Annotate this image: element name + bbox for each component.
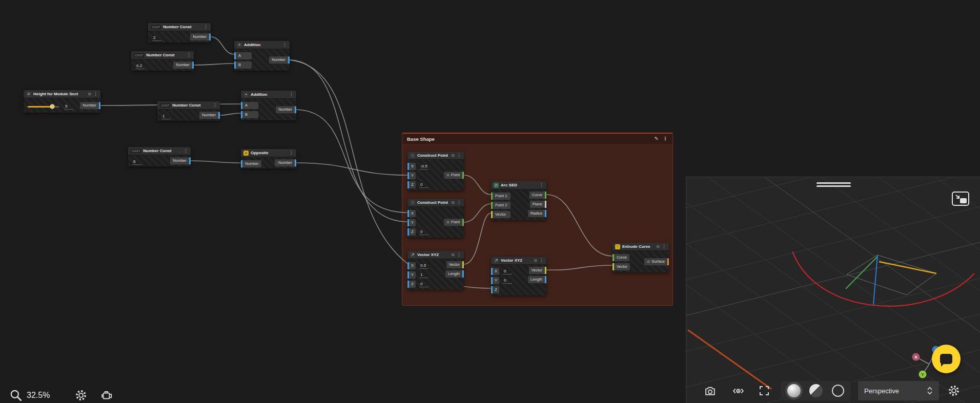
node-header[interactable]: ± Opposite ⋮ bbox=[241, 149, 296, 157]
node-menu-icon[interactable]: ⋮ bbox=[662, 244, 666, 249]
port-in-z[interactable]: Z bbox=[491, 286, 499, 293]
zoom-control[interactable]: 32.5% bbox=[9, 389, 50, 402]
node-header[interactable]: ≡ Height for Module Sect ⊙ ⋮ bbox=[24, 90, 100, 98]
port-out-number[interactable]: Number bbox=[276, 106, 296, 113]
port-in-z[interactable]: Z bbox=[407, 228, 416, 236]
port-in-a[interactable]: A bbox=[234, 52, 252, 59]
node-header[interactable]: CNST Number Const ⋮ bbox=[157, 101, 220, 110]
node-header[interactable]: ∩ Arc SED ⋮ bbox=[491, 181, 546, 189]
slider-knob[interactable] bbox=[50, 104, 55, 109]
node-menu-icon[interactable]: ⋮ bbox=[187, 53, 191, 57]
node-menu-icon[interactable]: ⋮ bbox=[282, 43, 287, 47]
wire[interactable] bbox=[296, 110, 407, 213]
port-in-x[interactable]: X bbox=[407, 163, 416, 170]
visibility-icon[interactable]: ⊙ bbox=[534, 259, 537, 263]
port-out-number[interactable]: Number bbox=[269, 56, 290, 63]
value-field[interactable]: 0.2 bbox=[135, 63, 145, 69]
port-out-neg-number[interactable]: -Number bbox=[275, 159, 296, 166]
node-header[interactable]: ↗ Vector XYZ ⊙ ⋮ bbox=[407, 251, 464, 259]
port-in-x[interactable]: X bbox=[407, 262, 416, 269]
shading-wireframe-button[interactable] bbox=[829, 382, 847, 399]
port-in-b[interactable]: B bbox=[234, 61, 252, 69]
fullscreen-button[interactable] bbox=[757, 383, 772, 398]
node-number-const-2[interactable]: CNST Number Const ⋮ 0.2 Number bbox=[131, 51, 194, 71]
port-in-z[interactable]: Z bbox=[407, 281, 416, 288]
node-construct-point-2[interactable]: ∴ Construct Point ⊙ ⋮ X Y Z 0 ⊙ Point bbox=[407, 199, 464, 238]
port-out-plane[interactable]: Plane bbox=[530, 201, 546, 208]
value-field-z[interactable]: 0 bbox=[419, 182, 428, 188]
port-out-vector[interactable]: Vector bbox=[446, 261, 464, 268]
port-out-number[interactable]: Number bbox=[199, 112, 220, 119]
value-field-y[interactable]: 0 bbox=[503, 278, 512, 284]
value-field[interactable]: 6 bbox=[132, 159, 141, 165]
port-in-b[interactable]: B bbox=[241, 111, 258, 118]
node-menu-icon[interactable]: ⋮ bbox=[203, 25, 208, 29]
port-out-number[interactable]: Number bbox=[173, 61, 194, 69]
port-in-y[interactable]: Y bbox=[407, 271, 416, 279]
port-in-y[interactable]: Y bbox=[407, 219, 416, 226]
port-in-a[interactable]: A bbox=[241, 102, 258, 109]
value-field-z[interactable]: 0 bbox=[419, 282, 428, 287]
port-out-length[interactable]: Length bbox=[528, 276, 546, 283]
port-in-vector[interactable]: Vector bbox=[612, 263, 630, 270]
node-header[interactable]: CNST Number Const ⋮ bbox=[148, 23, 211, 31]
port-out-number[interactable]: Number bbox=[80, 102, 100, 109]
visibility-icon[interactable]: ⊙ bbox=[88, 92, 91, 96]
wire[interactable] bbox=[220, 113, 241, 115]
port-in-point-1[interactable]: Point 1 bbox=[491, 193, 511, 200]
port-out-surface[interactable]: ⊙ Surface bbox=[644, 258, 669, 265]
node-menu-icon[interactable]: ⋮ bbox=[457, 252, 461, 257]
wire[interactable] bbox=[194, 63, 234, 65]
value-field-y[interactable]: 1 bbox=[419, 272, 428, 278]
slider-control[interactable] bbox=[28, 106, 59, 108]
port-in-number[interactable]: Number bbox=[241, 160, 261, 167]
node-header[interactable]: + Addition ⋮ bbox=[234, 41, 290, 49]
node-addition-2[interactable]: + Addition ⋮ A B Number bbox=[241, 91, 296, 120]
settings-button[interactable] bbox=[73, 388, 89, 403]
node-menu-icon[interactable]: ⋮ bbox=[183, 149, 188, 153]
engine-button[interactable] bbox=[99, 388, 114, 403]
port-out-point[interactable]: ⊙ Point bbox=[444, 172, 464, 179]
viewport-resize-handle[interactable] bbox=[816, 182, 851, 188]
node-menu-icon[interactable]: ⋮ bbox=[289, 151, 294, 155]
node-slider-height[interactable]: ≡ Height for Module Sect ⊙ ⋮ 5 Number bbox=[24, 90, 100, 113]
port-in-x[interactable]: X bbox=[407, 210, 416, 217]
wire[interactable] bbox=[290, 60, 407, 222]
shading-rendered-button[interactable] bbox=[807, 382, 825, 399]
port-in-point-2[interactable]: Point 2 bbox=[491, 202, 511, 209]
port-out-length[interactable]: Length bbox=[445, 270, 464, 278]
node-menu-icon[interactable]: ⋮ bbox=[93, 92, 98, 96]
node-number-const-4[interactable]: CNST Number Const ⋮ 6 Number bbox=[128, 147, 191, 166]
shading-shaded-button[interactable] bbox=[785, 382, 803, 399]
value-field-z[interactable]: 0 bbox=[419, 229, 428, 235]
navigate-button[interactable] bbox=[730, 383, 746, 398]
node-number-const-1[interactable]: CNST Number Const ⋮ 2 Number bbox=[148, 23, 211, 43]
chat-button[interactable] bbox=[932, 345, 961, 373]
port-in-x[interactable]: X bbox=[491, 268, 499, 275]
wire[interactable] bbox=[464, 204, 491, 222]
wire[interactable] bbox=[464, 175, 491, 195]
wire[interactable] bbox=[546, 195, 612, 256]
node-menu-icon[interactable]: ⋮ bbox=[213, 103, 217, 108]
value-field-x[interactable]: -0.5 bbox=[419, 164, 428, 169]
port-in-curve[interactable]: Curve bbox=[612, 254, 629, 261]
node-number-const-3[interactable]: CNST Number Const ⋮ 1 Number bbox=[157, 101, 220, 121]
visibility-icon[interactable]: ⊙ bbox=[451, 201, 455, 205]
visibility-icon[interactable]: ⊙ bbox=[451, 253, 455, 257]
node-addition-1[interactable]: + Addition ⋮ A B Number bbox=[234, 41, 290, 71]
port-in-vector[interactable]: Vector bbox=[491, 211, 511, 218]
wire[interactable] bbox=[464, 213, 491, 264]
node-header[interactable]: ↗ Vector XYZ ⊙ ⋮ bbox=[491, 257, 546, 265]
wire[interactable] bbox=[546, 265, 612, 270]
wire[interactable] bbox=[191, 161, 241, 163]
value-field-x[interactable]: 0 bbox=[503, 269, 512, 274]
wire[interactable] bbox=[296, 163, 407, 175]
port-out-number[interactable]: Number bbox=[170, 157, 191, 164]
value-field[interactable]: 1 bbox=[161, 114, 171, 119]
node-menu-icon[interactable]: ⋮ bbox=[539, 183, 544, 187]
port-out-radius[interactable]: Radius bbox=[528, 210, 546, 217]
node-opposite[interactable]: ± Opposite ⋮ Number -Number bbox=[241, 149, 296, 168]
wire[interactable] bbox=[211, 37, 234, 54]
port-out-number[interactable]: Number bbox=[190, 33, 211, 40]
node-header[interactable]: CNST Number Const ⋮ bbox=[131, 51, 194, 59]
